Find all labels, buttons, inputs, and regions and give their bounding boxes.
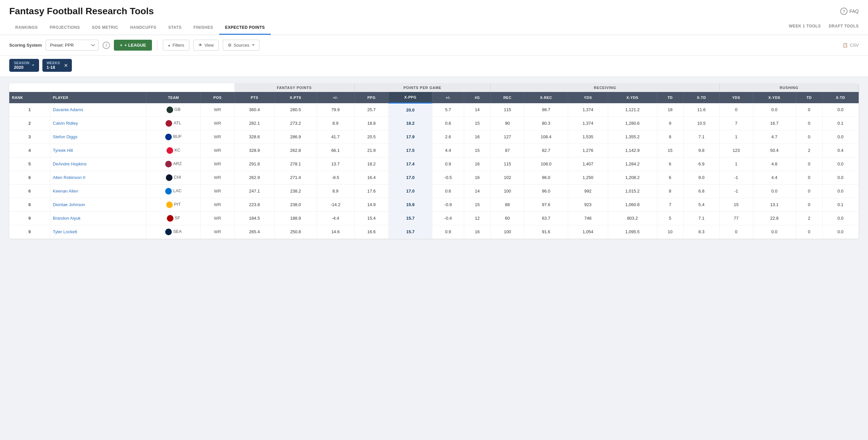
col-ppg-pm[interactable]: +/- bbox=[432, 92, 464, 103]
cell-rank: 6 bbox=[9, 184, 50, 198]
cell-rush-yds: 1 bbox=[720, 157, 753, 171]
cell-g: 12 bbox=[464, 211, 491, 225]
cell-xrec: 91.6 bbox=[524, 225, 568, 239]
col-xyds[interactable]: X-YDS bbox=[608, 92, 657, 103]
cell-rank: 1 bbox=[9, 103, 50, 117]
cell-rush-xyds: 16.7 bbox=[753, 116, 796, 130]
league-button[interactable]: + + LEAGUE bbox=[114, 40, 152, 50]
cell-xyds: 803.2 bbox=[608, 211, 657, 225]
team-logo-icon bbox=[166, 201, 173, 208]
cell-rush-td: 0 bbox=[796, 157, 822, 171]
team-logo-icon bbox=[166, 106, 173, 113]
col-td[interactable]: TD bbox=[657, 92, 683, 103]
cell-player[interactable]: Allen Robinson II bbox=[50, 171, 146, 184]
cell-xrec: 82.7 bbox=[524, 143, 568, 157]
cell-pm: -4.4 bbox=[316, 211, 354, 225]
nav-week1-tools[interactable]: WEEK 1 TOOLS bbox=[789, 24, 821, 29]
cell-td: 9 bbox=[657, 116, 683, 130]
cell-xyds: 1,095.5 bbox=[608, 225, 657, 239]
cell-rush-xtd: 0.0 bbox=[822, 184, 859, 198]
cell-xppg: 17.5 bbox=[389, 143, 432, 157]
cell-rush-xyds: 4.8 bbox=[753, 157, 796, 171]
cell-ppg-pm: 5.7 bbox=[432, 103, 464, 117]
cell-player[interactable]: Stefon Diggs bbox=[50, 130, 146, 143]
cell-player[interactable]: DeAndre Hopkins bbox=[50, 157, 146, 171]
col-player[interactable]: PLAYER bbox=[50, 92, 146, 103]
nav-projections[interactable]: PROJECTIONS bbox=[44, 21, 86, 35]
col-yds[interactable]: YDS bbox=[568, 92, 608, 103]
cell-player[interactable]: Tyreek Hill bbox=[50, 143, 146, 157]
cell-rush-xtd: 0.1 bbox=[822, 198, 859, 211]
nav-stats[interactable]: STATS bbox=[162, 21, 187, 35]
cell-xpts: 280.5 bbox=[274, 103, 316, 117]
cell-xppg: 15.9 bbox=[389, 198, 432, 211]
col-xpts[interactable]: X-PTS bbox=[274, 92, 316, 103]
col-rec[interactable]: REC bbox=[491, 92, 524, 103]
faq-icon: ? bbox=[840, 8, 847, 15]
col-rush-td[interactable]: TD bbox=[796, 92, 822, 103]
cell-xppg: 15.7 bbox=[389, 211, 432, 225]
col-team[interactable]: TEAM bbox=[146, 92, 200, 103]
cell-player[interactable]: Brandon Aiyuk bbox=[50, 211, 146, 225]
nav-draft-tools[interactable]: DRAFT TOOLS bbox=[829, 24, 859, 29]
cell-player[interactable]: Diontae Johnson bbox=[50, 198, 146, 211]
cell-rec: 127 bbox=[491, 130, 524, 143]
filters-button[interactable]: ⬧ Filters bbox=[163, 40, 189, 50]
cell-td: 6 bbox=[657, 171, 683, 184]
faq-link[interactable]: ? FAQ bbox=[840, 8, 859, 15]
sources-button[interactable]: ⚙ Sources bbox=[223, 40, 260, 50]
weeks-close-icon[interactable]: ✕ bbox=[64, 63, 68, 68]
cell-ppg-pm: 0.9 bbox=[432, 225, 464, 239]
cell-pos: WR bbox=[200, 116, 235, 130]
cell-g: 14 bbox=[464, 184, 491, 198]
cell-player[interactable]: Keenan Allen bbox=[50, 184, 146, 198]
cell-pos: WR bbox=[200, 211, 235, 225]
cell-rush-td: 0 bbox=[796, 103, 822, 117]
table-row: 9 Tyler Lockett SEA WR 265.4 250.8 14.6 … bbox=[9, 225, 859, 239]
cell-xppg: 17.4 bbox=[389, 157, 432, 171]
season-badge[interactable]: SEASON 2020 bbox=[9, 59, 39, 72]
view-button[interactable]: 👁 View bbox=[193, 40, 219, 50]
col-rush-yds[interactable]: YDS bbox=[720, 92, 753, 103]
col-pos[interactable]: POS bbox=[200, 92, 235, 103]
cell-xtd: 10.5 bbox=[683, 116, 719, 130]
cell-rush-xyds: 22.8 bbox=[753, 211, 796, 225]
cell-xppg: 17.9 bbox=[389, 130, 432, 143]
cell-pm: 8.9 bbox=[316, 116, 354, 130]
scoring-label: Scoring System bbox=[9, 43, 42, 48]
cell-ppg-pm: -0.5 bbox=[432, 171, 464, 184]
eye-icon: 👁 bbox=[198, 43, 203, 48]
cell-player[interactable]: Tyler Lockett bbox=[50, 225, 146, 239]
weeks-badge[interactable]: WEEKS 1-18 ✕ bbox=[42, 59, 71, 72]
scoring-select[interactable]: Preset: PPR Standard Half PPR bbox=[46, 40, 99, 50]
cell-pts: 262.9 bbox=[235, 171, 274, 184]
cell-xyds: 1,060.8 bbox=[608, 198, 657, 211]
nav-rankings[interactable]: RANKINGS bbox=[9, 21, 44, 35]
nav-sos[interactable]: SOS METRIC bbox=[86, 21, 124, 35]
col-ppg[interactable]: PPG bbox=[354, 92, 389, 103]
col-rank[interactable]: RANK bbox=[9, 92, 50, 103]
cell-pm: -8.5 bbox=[316, 171, 354, 184]
cell-rush-td: 0 bbox=[796, 171, 822, 184]
cell-rush-yds: 77 bbox=[720, 211, 753, 225]
nav-finishes[interactable]: FINISHES bbox=[187, 21, 219, 35]
col-rush-xtd[interactable]: X-TD bbox=[822, 92, 859, 103]
cell-yds: 1,374 bbox=[568, 103, 608, 117]
cell-player[interactable]: Davante Adams bbox=[50, 103, 146, 117]
cell-yds: 1,407 bbox=[568, 157, 608, 171]
nav-handcuffs[interactable]: HANDCUFFS bbox=[124, 21, 162, 35]
cell-rush-xyds: 50.4 bbox=[753, 143, 796, 157]
col-g[interactable]: #G bbox=[464, 92, 491, 103]
cell-player[interactable]: Calvin Ridley bbox=[50, 116, 146, 130]
col-xrec[interactable]: X-REC bbox=[524, 92, 568, 103]
info-button[interactable]: i bbox=[103, 42, 110, 49]
col-pts-pm[interactable]: +/- bbox=[316, 92, 354, 103]
nav-expected-points[interactable]: EXPECTED POINTS bbox=[219, 21, 271, 35]
col-xtd[interactable]: X-TD bbox=[683, 92, 719, 103]
col-rush-xyds[interactable]: X-YDS bbox=[753, 92, 796, 103]
csv-button[interactable]: 📋 CSV bbox=[842, 43, 859, 48]
col-xppg[interactable]: X-PPG bbox=[389, 92, 432, 103]
cell-xyds: 1,142.9 bbox=[608, 143, 657, 157]
cell-rush-yds: -1 bbox=[720, 171, 753, 184]
col-pts[interactable]: PTS bbox=[235, 92, 274, 103]
